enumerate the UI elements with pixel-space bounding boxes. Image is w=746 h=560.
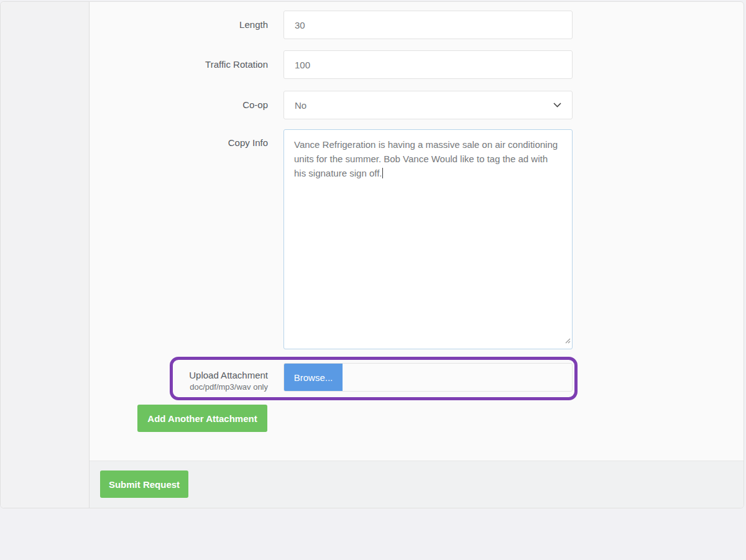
add-another-attachment-button[interactable]: Add Another Attachment (137, 405, 267, 432)
form-footer: Submit Request (90, 461, 744, 508)
coop-select-value: No (295, 100, 306, 111)
submit-request-button[interactable]: Submit Request (100, 470, 188, 498)
traffic-rotation-label: Traffic Rotation (90, 50, 268, 79)
text-cursor (382, 168, 383, 178)
resize-handle-icon[interactable] (564, 333, 571, 347)
form-card: Length Traffic Rotation Co-op No Copy In… (0, 1, 744, 508)
coop-label: Co-op (90, 91, 268, 119)
coop-select[interactable]: No (283, 91, 573, 119)
chevron-down-icon (553, 103, 561, 108)
length-label: Length (90, 11, 268, 39)
copy-info-label: Copy Info (90, 137, 268, 148)
attachment-file-input[interactable]: Browse... (283, 363, 573, 392)
copy-info-textarea[interactable]: Vance Refrigeration is having a massive … (283, 129, 573, 349)
left-sidebar (1, 2, 90, 508)
attachment-filename-field[interactable] (343, 364, 572, 391)
upload-attachment-label-block: Upload Attachment doc/pdf/mp3/wav only (90, 370, 268, 392)
upload-attachment-label: Upload Attachment (90, 370, 268, 380)
traffic-rotation-input[interactable] (283, 50, 573, 79)
length-input[interactable] (283, 11, 573, 39)
browse-button[interactable]: Browse... (284, 364, 343, 391)
copy-info-text: Vance Refrigeration is having a massive … (294, 139, 558, 178)
upload-attachment-hint: doc/pdf/mp3/wav only (90, 382, 268, 392)
